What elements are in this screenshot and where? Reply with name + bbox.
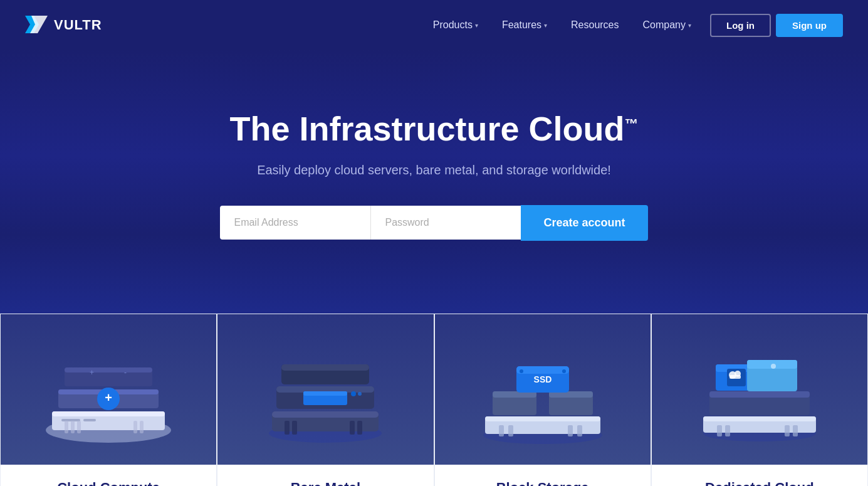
nav-links: Products ▾ Features ▾ Resources Company … (424, 14, 700, 36)
svg-rect-37 (485, 416, 600, 421)
brand-name: VULTR (54, 17, 102, 33)
card-block-storage: SSD Block Storage (434, 314, 651, 486)
svg-text:+: + (105, 391, 112, 404)
nav-link-features[interactable]: Features ▾ (493, 14, 556, 36)
svg-rect-30 (281, 364, 369, 371)
login-button[interactable]: Log in (710, 14, 771, 37)
card-image-block-storage: SSD (435, 314, 651, 465)
nav-item-resources[interactable]: Resources (562, 14, 627, 36)
card-dedicated-cloud: Dedicated Cloud (651, 314, 868, 486)
svg-rect-47 (499, 425, 504, 436)
svg-rect-5 (61, 419, 80, 421)
email-input[interactable] (220, 206, 370, 240)
logo[interactable]: VULTR (25, 16, 102, 34)
svg-rect-34 (357, 421, 362, 435)
svg-rect-55 (709, 391, 810, 398)
svg-rect-68 (793, 425, 798, 436)
svg-point-46 (562, 369, 566, 373)
svg-text:SSD: SSD (533, 374, 552, 384)
svg-rect-22 (272, 411, 379, 418)
svg-rect-15 (65, 421, 68, 433)
svg-rect-32 (292, 421, 297, 435)
svg-rect-16 (71, 421, 75, 433)
svg-point-45 (520, 369, 523, 373)
navbar: VULTR Products ▾ Features ▾ Resources Co… (0, 0, 868, 50)
card-bare-metal: Bare Metal (217, 314, 434, 486)
card-image-cloud-compute: + + - (1, 314, 216, 465)
card-title-block-storage: Block Storage (496, 480, 589, 486)
nav-item-products[interactable]: Products ▾ (424, 14, 487, 36)
svg-rect-66 (725, 425, 730, 436)
nav-link-products[interactable]: Products ▾ (424, 14, 487, 36)
hero-subtitle: Easily deploy cloud servers, bare metal,… (257, 163, 611, 177)
nav-item-company[interactable]: Company ▾ (634, 14, 700, 36)
svg-rect-6 (83, 419, 96, 421)
svg-rect-48 (508, 425, 513, 436)
svg-rect-33 (350, 421, 355, 435)
logo-icon (25, 16, 48, 34)
hero-title: The Infrastructure Cloud™ (229, 110, 638, 147)
svg-rect-67 (785, 425, 790, 436)
svg-rect-43 (516, 366, 569, 374)
svg-point-28 (358, 392, 362, 396)
svg-rect-31 (285, 421, 290, 435)
create-account-button[interactable]: Create account (521, 205, 647, 241)
svg-rect-18 (133, 421, 137, 433)
svg-rect-65 (717, 425, 722, 436)
card-title-dedicated-cloud: Dedicated Cloud (705, 480, 814, 486)
svg-text:+: + (90, 368, 94, 377)
svg-text:-: - (124, 368, 127, 377)
card-image-bare-metal (217, 314, 433, 465)
signup-form: Create account (220, 205, 647, 241)
card-title-bare-metal: Bare Metal (291, 480, 360, 486)
card-image-dedicated-cloud (652, 314, 867, 465)
card-title-cloud-compute: Cloud Compute (57, 480, 160, 486)
svg-rect-26 (303, 391, 347, 396)
svg-rect-50 (577, 425, 582, 436)
chevron-down-icon: ▾ (688, 22, 691, 29)
svg-point-27 (351, 391, 356, 396)
card-cloud-compute: + + - Cloud Compute (0, 314, 217, 486)
svg-rect-19 (140, 421, 144, 433)
chevron-down-icon: ▾ (544, 22, 547, 29)
nav-link-resources[interactable]: Resources (562, 14, 627, 36)
svg-rect-4 (52, 411, 165, 416)
svg-rect-12 (65, 367, 152, 372)
svg-rect-53 (703, 416, 816, 421)
nav-link-company[interactable]: Company ▾ (634, 14, 700, 36)
chevron-down-icon: ▾ (475, 22, 478, 29)
nav-item-features[interactable]: Features ▾ (493, 14, 556, 36)
svg-rect-63 (729, 375, 741, 379)
product-cards-section: + + - Cloud Compute (0, 314, 868, 486)
signup-button[interactable]: Sign up (776, 14, 843, 37)
svg-point-64 (771, 364, 776, 369)
hero-section: The Infrastructure Cloud™ Easily deploy … (0, 50, 868, 314)
svg-rect-17 (77, 421, 81, 433)
password-input[interactable] (370, 206, 521, 240)
svg-rect-49 (568, 425, 573, 436)
